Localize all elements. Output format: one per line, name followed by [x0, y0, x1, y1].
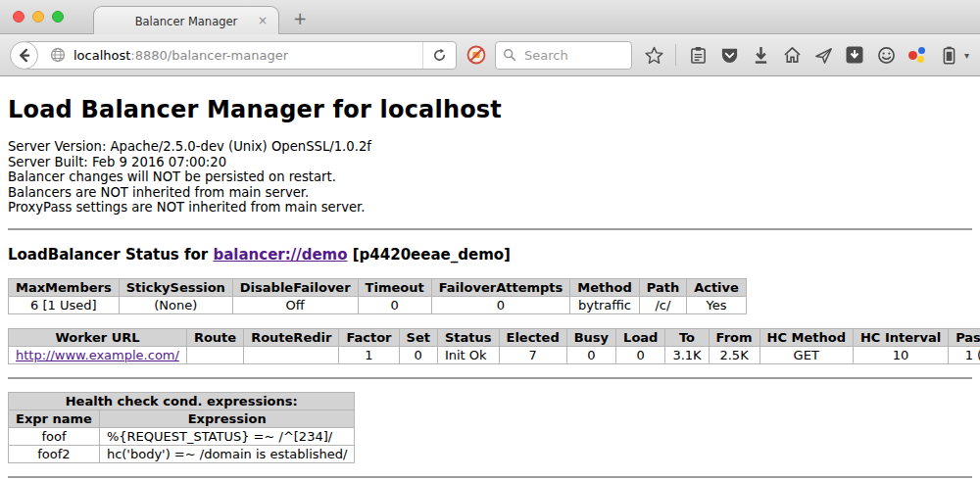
toolbar-icon-strip: ▾: [644, 44, 980, 66]
table-cell: Off: [232, 296, 358, 313]
table-cell: 1 (0): [949, 346, 980, 363]
table-header-cell: To: [665, 328, 709, 346]
notice-line: Balancers are NOT inherited from main se…: [8, 185, 972, 201]
balancer-settings-table: MaxMembersStickySessionDisableFailoverTi…: [8, 278, 747, 314]
table-header-cell: From: [709, 328, 760, 346]
table-row: foof2 hc('body') =~ /domain is establish…: [9, 445, 355, 462]
table-header-cell: Route: [186, 328, 243, 346]
table-cell: /c/: [639, 296, 686, 313]
divider: [8, 228, 972, 230]
notice-line: ProxyPass settings are NOT inherited fro…: [8, 200, 972, 216]
heading-text: LoadBalancer Status for: [8, 246, 213, 264]
bottom-divider: [8, 476, 972, 478]
table-cell: 10: [853, 346, 948, 363]
table-cell: 0: [566, 346, 615, 363]
table-cell: [186, 346, 243, 363]
table-cell: 0: [616, 346, 665, 363]
table-header-row: Expr nameExpression: [9, 409, 355, 427]
heading-suffix: [p4420eeae_demo]: [348, 246, 511, 264]
table-cell: 0: [431, 296, 570, 313]
server-built-line: Server Built: Feb 9 2016 07:00:20: [8, 155, 972, 170]
divider: [8, 377, 972, 379]
bookmark-star-icon[interactable]: [644, 45, 663, 65]
battery-icon[interactable]: [939, 45, 958, 65]
reload-icon: [432, 48, 447, 63]
search-input[interactable]: [522, 47, 611, 64]
page-title: Load Balancer Manager for localhost: [8, 96, 972, 123]
table-header-cell: StickySession: [119, 278, 232, 296]
table-header-cell: Set: [399, 328, 437, 346]
notice-line: Balancer changes will NOT be persisted o…: [8, 169, 972, 185]
traffic-lights: [13, 11, 64, 23]
worker-url-cell: http://www.example.com/: [9, 346, 187, 363]
table-cell: GET: [760, 346, 853, 363]
table-header-cell: Expr name: [9, 409, 100, 427]
url-text: localhost:8880/balancer-manager: [74, 48, 288, 63]
url-path: :8880/balancer-manager: [130, 48, 288, 63]
table-header-cell: RouteRedir: [244, 328, 339, 346]
table-title-row: Health check cond. expressions:: [9, 392, 355, 409]
table-header-cell: FailoverAttempts: [431, 278, 570, 296]
table-header-cell: Busy: [566, 328, 615, 346]
feedback-smiley-icon[interactable]: [876, 45, 896, 65]
search-bar[interactable]: [495, 41, 632, 70]
tab-close-icon[interactable]: ×: [256, 14, 270, 27]
table-header-row: MaxMembersStickySessionDisableFailoverTi…: [9, 278, 747, 296]
window-minimize-button[interactable]: [32, 11, 44, 23]
table-cell: (None): [119, 296, 232, 313]
balancer-demo-link[interactable]: balancer://demo: [213, 246, 347, 264]
table-cell: 1: [339, 346, 399, 363]
table-header-cell: Timeout: [358, 278, 431, 296]
worker-status-table: Worker URLRouteRouteRedirFactorSetStatus…: [8, 328, 980, 364]
window-titlebar: Balancer Manager × +: [0, 0, 980, 34]
table-header-cell: Passes: [949, 328, 980, 346]
send-plane-icon[interactable]: [813, 45, 833, 65]
balancer-status-heading: LoadBalancer Status for balancer://demo …: [8, 246, 972, 264]
table-row: http://www.example.com/ 10Init Ok7003.1K…: [9, 346, 980, 363]
back-arrow-icon: [17, 48, 31, 63]
url-domain: localhost: [74, 48, 130, 63]
table-cell: 7: [499, 346, 566, 363]
table-header-row: Worker URLRouteRouteRedirFactorSetStatus…: [9, 328, 980, 346]
plugin-blocked-button[interactable]: [466, 45, 486, 65]
table-header-cell: Active: [687, 278, 747, 296]
expr-name-cell: foof2: [9, 445, 100, 462]
downloads-icon[interactable]: [751, 45, 770, 65]
table-header-cell: HC Method: [760, 328, 853, 346]
table-cell: 2.5K: [709, 346, 760, 363]
table-header-cell: MaxMembers: [9, 278, 120, 296]
table-header-cell: Factor: [339, 328, 399, 346]
table-row: 6 [1 Used](None)Off00bytraffic/c/Yes: [9, 296, 747, 313]
table-header-cell: DisableFailover: [232, 278, 358, 296]
toolbar-overflow-caret-icon[interactable]: ▾: [964, 50, 969, 61]
colored-dots-icon[interactable]: [907, 45, 927, 65]
new-tab-button[interactable]: +: [290, 8, 310, 29]
expression-cell: %{REQUEST_STATUS} =~ /^[234]/: [99, 427, 355, 445]
pocket-icon[interactable]: [719, 45, 739, 65]
window-zoom-button[interactable]: [52, 11, 64, 23]
expression-cell: hc('body') =~ /domain is established/: [99, 445, 355, 462]
toolbar-separator: [675, 44, 676, 66]
browser-tab[interactable]: Balancer Manager ×: [93, 6, 279, 35]
table-header-cell: Worker URL: [9, 328, 187, 346]
table-cell: 3.1K: [665, 346, 709, 363]
addon-download-box-icon[interactable]: [845, 45, 864, 65]
reload-button[interactable]: [422, 42, 456, 69]
back-button[interactable]: [10, 41, 38, 70]
table-header-cell: Path: [639, 278, 686, 296]
home-icon[interactable]: [782, 45, 802, 65]
table-cell: 6 [1 Used]: [9, 296, 120, 313]
expr-name-cell: foof: [9, 427, 100, 445]
worker-url-link[interactable]: http://www.example.com/: [16, 348, 179, 362]
table-cell: [244, 346, 339, 363]
plugin-blocked-icon: [466, 45, 486, 65]
url-bar[interactable]: localhost:8880/balancer-manager: [24, 41, 457, 70]
reading-list-clipboard-icon[interactable]: [688, 45, 708, 65]
table-header-cell: HC Interval: [853, 328, 948, 346]
window-close-button[interactable]: [13, 11, 24, 23]
hc-table-title: Health check cond. expressions:: [9, 392, 355, 409]
health-check-expressions-table: Health check cond. expressions: Expr nam…: [8, 392, 355, 463]
table-cell: bytraffic: [570, 296, 639, 313]
server-info: Server Version: Apache/2.5.0-dev (Unix) …: [8, 139, 972, 216]
page-content: Load Balancer Manager for localhost Serv…: [0, 76, 980, 480]
